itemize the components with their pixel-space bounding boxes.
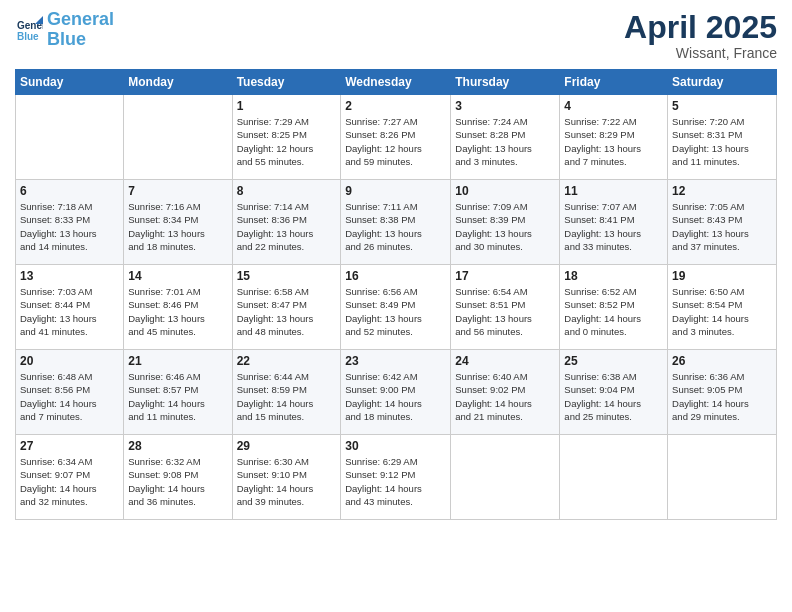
- day-info: Sunrise: 7:01 AM Sunset: 8:46 PM Dayligh…: [128, 285, 227, 338]
- day-info: Sunrise: 7:05 AM Sunset: 8:43 PM Dayligh…: [672, 200, 772, 253]
- day-info: Sunrise: 7:20 AM Sunset: 8:31 PM Dayligh…: [672, 115, 772, 168]
- calendar-cell: 1Sunrise: 7:29 AM Sunset: 8:25 PM Daylig…: [232, 95, 341, 180]
- day-info: Sunrise: 6:32 AM Sunset: 9:08 PM Dayligh…: [128, 455, 227, 508]
- day-number: 20: [20, 354, 119, 368]
- calendar-cell: 10Sunrise: 7:09 AM Sunset: 8:39 PM Dayli…: [451, 180, 560, 265]
- calendar-cell: [16, 95, 124, 180]
- day-number: 6: [20, 184, 119, 198]
- calendar-cell: 8Sunrise: 7:14 AM Sunset: 8:36 PM Daylig…: [232, 180, 341, 265]
- day-number: 25: [564, 354, 663, 368]
- day-info: Sunrise: 6:56 AM Sunset: 8:49 PM Dayligh…: [345, 285, 446, 338]
- day-number: 7: [128, 184, 227, 198]
- logo-icon: General Blue: [15, 16, 43, 44]
- calendar-table: Sunday Monday Tuesday Wednesday Thursday…: [15, 69, 777, 520]
- calendar-cell: 5Sunrise: 7:20 AM Sunset: 8:31 PM Daylig…: [668, 95, 777, 180]
- day-info: Sunrise: 6:38 AM Sunset: 9:04 PM Dayligh…: [564, 370, 663, 423]
- calendar-cell: 21Sunrise: 6:46 AM Sunset: 8:57 PM Dayli…: [124, 350, 232, 435]
- calendar-cell: 17Sunrise: 6:54 AM Sunset: 8:51 PM Dayli…: [451, 265, 560, 350]
- day-info: Sunrise: 7:07 AM Sunset: 8:41 PM Dayligh…: [564, 200, 663, 253]
- day-number: 5: [672, 99, 772, 113]
- day-info: Sunrise: 6:58 AM Sunset: 8:47 PM Dayligh…: [237, 285, 337, 338]
- day-info: Sunrise: 7:27 AM Sunset: 8:26 PM Dayligh…: [345, 115, 446, 168]
- day-number: 9: [345, 184, 446, 198]
- calendar-cell: 18Sunrise: 6:52 AM Sunset: 8:52 PM Dayli…: [560, 265, 668, 350]
- col-wednesday: Wednesday: [341, 70, 451, 95]
- title-block: April 2025 Wissant, France: [624, 10, 777, 61]
- day-info: Sunrise: 6:52 AM Sunset: 8:52 PM Dayligh…: [564, 285, 663, 338]
- day-number: 16: [345, 269, 446, 283]
- day-info: Sunrise: 7:29 AM Sunset: 8:25 PM Dayligh…: [237, 115, 337, 168]
- day-number: 30: [345, 439, 446, 453]
- day-number: 4: [564, 99, 663, 113]
- calendar-cell: 14Sunrise: 7:01 AM Sunset: 8:46 PM Dayli…: [124, 265, 232, 350]
- col-saturday: Saturday: [668, 70, 777, 95]
- logo: General Blue General Blue: [15, 10, 114, 50]
- calendar-cell: 27Sunrise: 6:34 AM Sunset: 9:07 PM Dayli…: [16, 435, 124, 520]
- calendar-cell: 15Sunrise: 6:58 AM Sunset: 8:47 PM Dayli…: [232, 265, 341, 350]
- week-row-0: 1Sunrise: 7:29 AM Sunset: 8:25 PM Daylig…: [16, 95, 777, 180]
- calendar-cell: 2Sunrise: 7:27 AM Sunset: 8:26 PM Daylig…: [341, 95, 451, 180]
- calendar-cell: [668, 435, 777, 520]
- page: General Blue General Blue April 2025 Wis…: [0, 0, 792, 612]
- month-title: April 2025: [624, 10, 777, 45]
- logo-general: General: [47, 9, 114, 29]
- week-row-1: 6Sunrise: 7:18 AM Sunset: 8:33 PM Daylig…: [16, 180, 777, 265]
- calendar-header-row: Sunday Monday Tuesday Wednesday Thursday…: [16, 70, 777, 95]
- day-number: 21: [128, 354, 227, 368]
- day-number: 19: [672, 269, 772, 283]
- svg-text:Blue: Blue: [17, 31, 39, 42]
- day-number: 11: [564, 184, 663, 198]
- calendar-cell: 6Sunrise: 7:18 AM Sunset: 8:33 PM Daylig…: [16, 180, 124, 265]
- location: Wissant, France: [624, 45, 777, 61]
- day-number: 23: [345, 354, 446, 368]
- day-number: 27: [20, 439, 119, 453]
- calendar-cell: 3Sunrise: 7:24 AM Sunset: 8:28 PM Daylig…: [451, 95, 560, 180]
- day-info: Sunrise: 7:24 AM Sunset: 8:28 PM Dayligh…: [455, 115, 555, 168]
- calendar-cell: 28Sunrise: 6:32 AM Sunset: 9:08 PM Dayli…: [124, 435, 232, 520]
- day-info: Sunrise: 6:34 AM Sunset: 9:07 PM Dayligh…: [20, 455, 119, 508]
- day-number: 29: [237, 439, 337, 453]
- day-info: Sunrise: 6:50 AM Sunset: 8:54 PM Dayligh…: [672, 285, 772, 338]
- calendar-cell: 11Sunrise: 7:07 AM Sunset: 8:41 PM Dayli…: [560, 180, 668, 265]
- day-number: 18: [564, 269, 663, 283]
- col-monday: Monday: [124, 70, 232, 95]
- day-number: 22: [237, 354, 337, 368]
- calendar-cell: 26Sunrise: 6:36 AM Sunset: 9:05 PM Dayli…: [668, 350, 777, 435]
- day-info: Sunrise: 6:30 AM Sunset: 9:10 PM Dayligh…: [237, 455, 337, 508]
- calendar-cell: 9Sunrise: 7:11 AM Sunset: 8:38 PM Daylig…: [341, 180, 451, 265]
- col-friday: Friday: [560, 70, 668, 95]
- day-number: 28: [128, 439, 227, 453]
- calendar-cell: 29Sunrise: 6:30 AM Sunset: 9:10 PM Dayli…: [232, 435, 341, 520]
- week-row-3: 20Sunrise: 6:48 AM Sunset: 8:56 PM Dayli…: [16, 350, 777, 435]
- day-info: Sunrise: 6:46 AM Sunset: 8:57 PM Dayligh…: [128, 370, 227, 423]
- calendar-cell: [451, 435, 560, 520]
- day-number: 24: [455, 354, 555, 368]
- calendar-cell: 19Sunrise: 6:50 AM Sunset: 8:54 PM Dayli…: [668, 265, 777, 350]
- day-number: 10: [455, 184, 555, 198]
- week-row-4: 27Sunrise: 6:34 AM Sunset: 9:07 PM Dayli…: [16, 435, 777, 520]
- calendar-cell: 22Sunrise: 6:44 AM Sunset: 8:59 PM Dayli…: [232, 350, 341, 435]
- day-info: Sunrise: 6:36 AM Sunset: 9:05 PM Dayligh…: [672, 370, 772, 423]
- day-info: Sunrise: 6:54 AM Sunset: 8:51 PM Dayligh…: [455, 285, 555, 338]
- calendar-cell: 25Sunrise: 6:38 AM Sunset: 9:04 PM Dayli…: [560, 350, 668, 435]
- day-number: 14: [128, 269, 227, 283]
- day-info: Sunrise: 6:48 AM Sunset: 8:56 PM Dayligh…: [20, 370, 119, 423]
- day-info: Sunrise: 7:22 AM Sunset: 8:29 PM Dayligh…: [564, 115, 663, 168]
- logo-text: General Blue: [47, 10, 114, 50]
- week-row-2: 13Sunrise: 7:03 AM Sunset: 8:44 PM Dayli…: [16, 265, 777, 350]
- calendar-cell: 20Sunrise: 6:48 AM Sunset: 8:56 PM Dayli…: [16, 350, 124, 435]
- calendar-cell: 16Sunrise: 6:56 AM Sunset: 8:49 PM Dayli…: [341, 265, 451, 350]
- day-number: 26: [672, 354, 772, 368]
- calendar-cell: 24Sunrise: 6:40 AM Sunset: 9:02 PM Dayli…: [451, 350, 560, 435]
- day-number: 12: [672, 184, 772, 198]
- day-info: Sunrise: 6:42 AM Sunset: 9:00 PM Dayligh…: [345, 370, 446, 423]
- day-number: 17: [455, 269, 555, 283]
- col-tuesday: Tuesday: [232, 70, 341, 95]
- day-number: 3: [455, 99, 555, 113]
- day-info: Sunrise: 6:44 AM Sunset: 8:59 PM Dayligh…: [237, 370, 337, 423]
- day-info: Sunrise: 6:29 AM Sunset: 9:12 PM Dayligh…: [345, 455, 446, 508]
- day-info: Sunrise: 7:09 AM Sunset: 8:39 PM Dayligh…: [455, 200, 555, 253]
- day-number: 8: [237, 184, 337, 198]
- day-info: Sunrise: 7:16 AM Sunset: 8:34 PM Dayligh…: [128, 200, 227, 253]
- col-sunday: Sunday: [16, 70, 124, 95]
